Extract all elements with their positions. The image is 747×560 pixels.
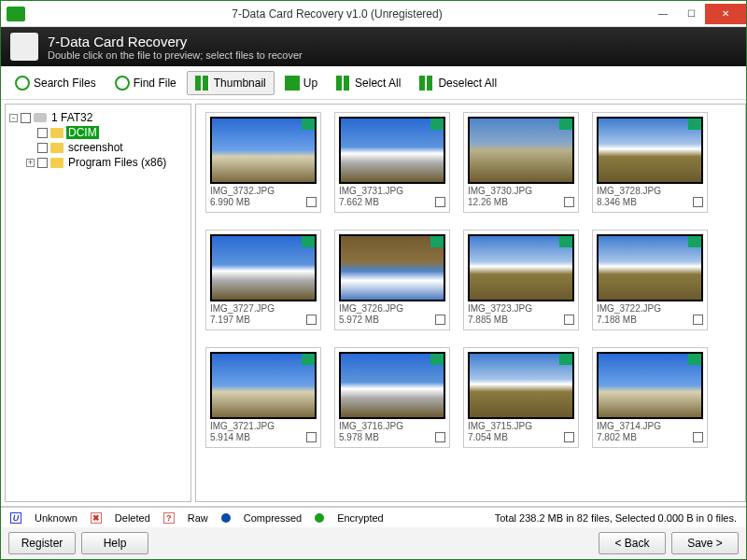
- thumbnail-filename: IMG_3723.JPG: [468, 303, 532, 315]
- file-type-badge-icon: [430, 236, 444, 247]
- folder-tree[interactable]: - 1 FAT32 DCIM screenshot + Program File…: [5, 104, 191, 502]
- thumbnail-checkbox[interactable]: [435, 197, 445, 207]
- file-type-badge-icon: [302, 236, 315, 247]
- toolbar-label: Search Files: [34, 77, 96, 90]
- thumbnail-image[interactable]: [597, 117, 703, 184]
- checkbox[interactable]: [37, 143, 48, 153]
- thumbnail-card[interactable]: IMG_3730.JPG12.26 MB: [463, 112, 579, 213]
- thumbnail-filesize: 5.972 MB: [339, 315, 403, 326]
- thumbnail-card[interactable]: IMG_3731.JPG7.662 MB: [334, 112, 450, 213]
- thumbnail-filesize: 7.802 MB: [597, 432, 661, 443]
- legend-label: Compressed: [244, 512, 302, 524]
- encrypted-icon: [315, 513, 324, 523]
- search-files-button[interactable]: Search Files: [7, 71, 105, 95]
- file-type-badge-icon: [430, 119, 444, 130]
- thumbnail-image[interactable]: [210, 352, 317, 419]
- maximize-button[interactable]: ☐: [677, 4, 705, 24]
- thumbnail-filesize: 7.054 MB: [468, 432, 532, 443]
- thumbnail-card[interactable]: IMG_3723.JPG7.885 MB: [463, 230, 579, 330]
- file-type-badge-icon: [688, 236, 701, 247]
- register-button[interactable]: Register: [8, 532, 76, 554]
- thumbnail-checkbox[interactable]: [435, 315, 445, 325]
- tree-root[interactable]: - 1 FAT32: [9, 110, 187, 125]
- legend-bar: U Unknown ✖ Deleted ? Raw Compressed Enc…: [1, 507, 746, 527]
- thumbnail-checkbox[interactable]: [306, 432, 317, 442]
- thumbnail-image[interactable]: [597, 234, 703, 301]
- thumbnail-filesize: 5.914 MB: [210, 432, 275, 443]
- thumbnail-image[interactable]: [339, 352, 445, 419]
- thumbnail-filename: IMG_3715.JPG: [468, 421, 532, 432]
- thumbnail-card[interactable]: IMG_3715.JPG7.054 MB: [463, 347, 579, 448]
- thumbnail-button[interactable]: Thumbnail: [187, 71, 275, 95]
- thumbnail-image[interactable]: [210, 234, 317, 301]
- find-file-button[interactable]: Find File: [106, 71, 185, 95]
- legend-label: Deleted: [115, 512, 150, 524]
- thumbnail-checkbox[interactable]: [564, 197, 574, 207]
- thumbnail-checkbox[interactable]: [693, 315, 703, 325]
- thumbnail-checkbox[interactable]: [306, 197, 317, 207]
- thumbnail-checkbox[interactable]: [693, 197, 703, 207]
- tree-item-dcim[interactable]: DCIM: [9, 125, 187, 140]
- thumbnail-checkbox[interactable]: [435, 432, 445, 442]
- up-button[interactable]: Up: [276, 71, 326, 95]
- tree-label: Program Files (x86): [66, 156, 168, 169]
- tree-item-program-files[interactable]: + Program Files (x86): [9, 155, 187, 170]
- thumbnail-image[interactable]: [339, 234, 445, 301]
- thumbnail-card[interactable]: IMG_3714.JPG7.802 MB: [592, 347, 708, 448]
- checkbox[interactable]: [21, 113, 31, 123]
- legend-label: Raw: [188, 512, 208, 524]
- thumbnail-image[interactable]: [468, 352, 574, 419]
- thumbnail-filesize: 8.346 MB: [597, 197, 661, 208]
- deselect-all-button[interactable]: Deselect All: [411, 71, 505, 95]
- thumbnail-card[interactable]: IMG_3716.JPG5.978 MB: [334, 347, 450, 448]
- collapse-icon[interactable]: -: [9, 114, 18, 122]
- thumbnail-card[interactable]: IMG_3726.JPG5.972 MB: [334, 230, 450, 330]
- thumbnail-checkbox[interactable]: [564, 432, 574, 442]
- thumbnail-image[interactable]: [597, 352, 703, 419]
- checkbox[interactable]: [37, 128, 48, 138]
- thumbnail-filename: IMG_3730.JPG: [468, 186, 532, 197]
- thumbnail-image[interactable]: [210, 117, 317, 184]
- folder-icon: [50, 158, 63, 168]
- thumbnail-image[interactable]: [468, 234, 574, 301]
- minimize-button[interactable]: —: [649, 4, 677, 24]
- tree-label: DCIM: [66, 126, 99, 139]
- thumbnail-card[interactable]: IMG_3728.JPG8.346 MB: [592, 112, 708, 213]
- toolbar-label: Up: [303, 77, 317, 90]
- thumbnail-icon: [195, 76, 210, 91]
- file-type-badge-icon: [559, 236, 572, 247]
- help-button[interactable]: Help: [81, 532, 148, 554]
- up-arrow-icon: [285, 76, 300, 91]
- tree-label: screenshot: [66, 141, 125, 154]
- legend-label: Encrypted: [337, 512, 384, 524]
- file-type-badge-icon: [302, 119, 315, 130]
- thumbnail-checkbox[interactable]: [693, 432, 703, 442]
- thumbnail-filesize: 6.990 MB: [210, 197, 275, 208]
- close-button[interactable]: ✕: [705, 4, 746, 24]
- save-button[interactable]: Save >: [671, 532, 739, 554]
- unknown-icon: U: [10, 512, 21, 524]
- checkbox[interactable]: [37, 158, 48, 168]
- app-header: 7-Data Card Recovery Double click on the…: [1, 27, 746, 66]
- thumbnail-card[interactable]: IMG_3722.JPG7.188 MB: [592, 230, 708, 330]
- select-all-button[interactable]: Select All: [328, 71, 409, 95]
- thumbnail-card[interactable]: IMG_3727.JPG7.197 MB: [205, 230, 321, 330]
- toolbar-label: Thumbnail: [214, 77, 266, 90]
- compressed-icon: [221, 513, 231, 523]
- thumbnail-card[interactable]: IMG_3721.JPG5.914 MB: [205, 347, 321, 448]
- app-icon: [7, 7, 25, 21]
- thumbnail-image[interactable]: [468, 117, 574, 184]
- thumbnail-filename: IMG_3726.JPG: [339, 303, 403, 315]
- thumbnail-checkbox[interactable]: [306, 315, 317, 325]
- thumbnail-pane[interactable]: IMG_3732.JPG6.990 MBIMG_3731.JPG7.662 MB…: [195, 104, 746, 502]
- window-controls: — ☐ ✕: [649, 4, 746, 24]
- thumbnail-filesize: 7.197 MB: [210, 315, 275, 326]
- expand-icon[interactable]: +: [26, 159, 35, 167]
- thumbnail-image[interactable]: [339, 117, 445, 184]
- thumbnail-card[interactable]: IMG_3732.JPG6.990 MB: [205, 112, 321, 213]
- thumbnail-checkbox[interactable]: [564, 315, 574, 325]
- toolbar-label: Find File: [134, 77, 176, 90]
- tree-item-screenshot[interactable]: screenshot: [9, 140, 187, 155]
- app-title: 7-Data Card Recovery: [48, 34, 303, 49]
- back-button[interactable]: < Back: [599, 532, 666, 554]
